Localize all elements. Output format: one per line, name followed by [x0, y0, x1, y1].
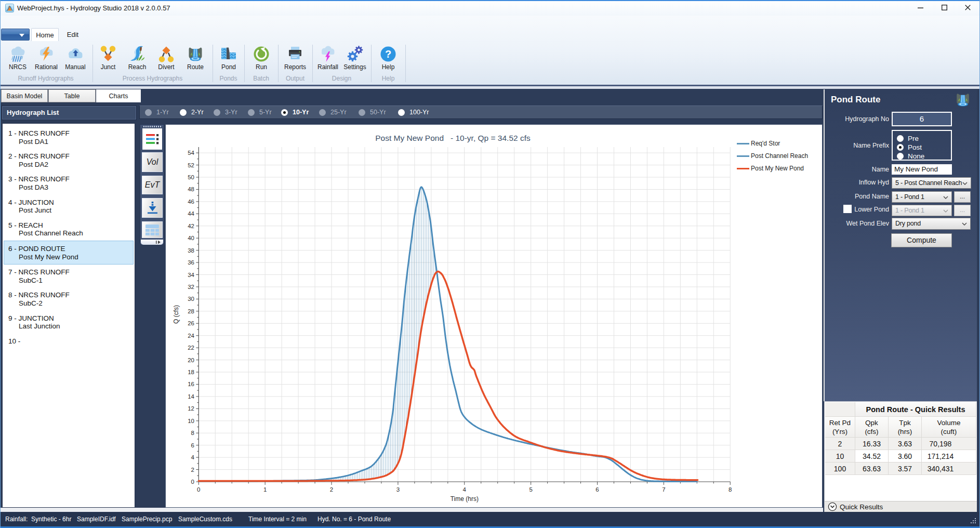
pond-name-browse-button[interactable]: ...: [954, 191, 971, 203]
ribbon: Home Edit NRCS Rational Manual: [0, 16, 980, 85]
chevron-down-icon: [962, 222, 967, 226]
legend-toggle-button[interactable]: [142, 128, 163, 150]
return-period-label: 2-Yr: [191, 109, 204, 116]
ribbon-tab-home[interactable]: Home: [31, 28, 59, 41]
result-cell[interactable]: 10: [825, 450, 855, 463]
collapse-chevron-icon: [828, 502, 837, 511]
result-cell[interactable]: 63.63: [855, 463, 889, 475]
hydrograph-list-item[interactable]: 9 - JUNCTIONLast Junction: [4, 311, 134, 334]
waterfall-route-icon: [187, 45, 204, 63]
hydrograph-item-title: 1 - NRCS RUNOFF: [8, 129, 134, 138]
lower-pond-select[interactable]: 1 - Pond 1: [892, 205, 952, 216]
name-prefix-group: PrePostNone: [892, 130, 952, 161]
result-cell[interactable]: 70,198: [922, 438, 976, 450]
svg-text:32: 32: [188, 284, 194, 290]
svg-text:44: 44: [188, 210, 194, 217]
return-period-3-yr[interactable]: 3-Yr: [214, 106, 237, 118]
volume-button[interactable]: Vol: [142, 152, 163, 172]
hydrograph-list-item[interactable]: 6 - POND ROUTEPost My New Pond: [4, 241, 134, 265]
hydrograph-list-item[interactable]: 1 - NRCS RUNOFFPost DA1: [4, 126, 134, 149]
title-bar: WebProject.hys - Hydrology Studio 2018 v…: [0, 0, 980, 16]
hydrograph-item-name: Post DA1: [8, 138, 134, 146]
return-period-5-yr[interactable]: 5-Yr: [248, 106, 272, 118]
view-tab-table[interactable]: Table: [48, 89, 96, 102]
svg-text:6: 6: [191, 442, 194, 448]
view-tab-charts[interactable]: Charts: [96, 89, 141, 102]
name-input[interactable]: My New Pond: [892, 164, 952, 175]
hydrograph-no-field[interactable]: 6: [892, 112, 952, 126]
evt-button[interactable]: EvT: [142, 176, 163, 194]
minimize-icon: [918, 5, 923, 10]
hydrograph-no-label: Hydrograph No: [825, 115, 889, 123]
compute-button[interactable]: Compute: [891, 233, 952, 247]
close-button[interactable]: [956, 0, 979, 15]
junction-icon: [99, 45, 117, 63]
result-cell[interactable]: 100: [825, 463, 855, 475]
name-prefix-option-pre[interactable]: Pre: [897, 135, 919, 142]
hydrograph-list-item[interactable]: 8 - NRCS RUNOFFSubC-2: [4, 287, 134, 310]
svg-text:2: 2: [191, 467, 194, 473]
name-prefix-option-label: Pre: [908, 135, 919, 142]
hydrograph-list-item[interactable]: 2 - NRCS RUNOFFPost DA2: [4, 149, 134, 171]
pond-name-select[interactable]: 1 - Pond 1: [892, 191, 952, 203]
ribbon-group-separator: [405, 45, 406, 82]
resize-grip-icon[interactable]: [970, 518, 976, 525]
inflow-hyd-select[interactable]: 5 - Post Channel Reach: [892, 177, 971, 189]
table-view-button[interactable]: [142, 221, 163, 238]
radio-circle-icon: [214, 109, 220, 116]
svg-text:8: 8: [191, 430, 194, 436]
bottom-strip: [0, 508, 823, 512]
series-outflow: [198, 271, 697, 481]
return-period-50-yr[interactable]: 50-Yr: [359, 106, 386, 118]
legend-line-sample: [737, 168, 749, 169]
return-period-1-yr[interactable]: 1-Yr: [145, 106, 169, 118]
minimize-button[interactable]: [908, 0, 932, 15]
export-button[interactable]: [142, 198, 163, 218]
chart-toolbar: Vol EvT: [140, 124, 164, 245]
column-header: Qpk(cfs): [855, 417, 889, 438]
legend-entry: Post Channel Reach: [737, 152, 808, 160]
name-prefix-option-none[interactable]: None: [897, 152, 924, 160]
legend-line-sample: [737, 143, 749, 144]
return-period-2-yr[interactable]: 2-Yr: [180, 106, 204, 118]
svg-text:24: 24: [188, 333, 194, 339]
radio-dot: [283, 111, 286, 114]
hydrograph-list-item[interactable]: 3 - NRCS RUNOFFPost DA3: [4, 171, 134, 194]
rainfall-storm-icon: [319, 45, 337, 63]
hydrograph-item-name: Post My New Pond: [8, 253, 133, 261]
return-period-10-yr[interactable]: 10-Yr: [281, 106, 309, 118]
hydrograph-list-item[interactable]: 7 - NRCS RUNOFFSubC-1: [4, 265, 134, 287]
radio-circle-icon: [248, 109, 255, 116]
name-prefix-option-post[interactable]: Post: [897, 143, 922, 151]
name-prefix-option-label: None: [908, 152, 924, 160]
hydrograph-list-item[interactable]: 5 - REACHPost Channel Reach: [4, 218, 134, 241]
chart-panel: Post My New Pond - 10-yr, Qp = 34.52 cfs…: [165, 124, 823, 508]
return-period-25-yr[interactable]: 25-Yr: [319, 106, 347, 118]
return-period-100-yr[interactable]: 100-Yr: [398, 106, 429, 118]
hydrograph-list-item[interactable]: 10 -: [4, 334, 134, 349]
hydrograph-item-title: 4 - JUNCTION: [8, 199, 134, 207]
svg-text:18: 18: [188, 369, 194, 375]
ribbon-tab-edit[interactable]: Edit: [61, 28, 85, 41]
radio-circle-icon: [398, 109, 405, 116]
hydrograph-chart[interactable]: 0246810121416182022242628303234363840424…: [166, 125, 822, 507]
view-tab-basin-model[interactable]: Basin Model: [1, 89, 48, 102]
result-cell[interactable]: 34.52: [855, 450, 889, 463]
download-arrow-icon: [145, 201, 160, 215]
app-menu-button[interactable]: [1, 29, 30, 41]
result-cell[interactable]: 3.57: [889, 463, 922, 475]
toolbar-drag-handle[interactable]: [143, 126, 161, 127]
hydrograph-list-item[interactable]: 4 - JUNCTIONPost Junct: [4, 195, 134, 218]
maximize-button[interactable]: [932, 0, 956, 15]
result-cell[interactable]: 16.33: [855, 438, 889, 450]
result-cell[interactable]: 3.63: [889, 438, 922, 450]
result-cell[interactable]: 2: [825, 438, 855, 450]
wet-pond-elev-select[interactable]: Dry pond: [892, 218, 971, 230]
lower-pond-browse-button[interactable]: ...: [954, 205, 971, 216]
result-cell[interactable]: 171,214: [922, 450, 976, 463]
toolbar-expand-strip[interactable]: [141, 240, 163, 245]
result-cell[interactable]: 340,431: [922, 463, 976, 475]
result-cell[interactable]: 3.60: [889, 450, 922, 463]
quick-results-expander[interactable]: Quick Results: [825, 501, 977, 512]
column-header: Ret Pd(Yrs): [825, 417, 855, 438]
